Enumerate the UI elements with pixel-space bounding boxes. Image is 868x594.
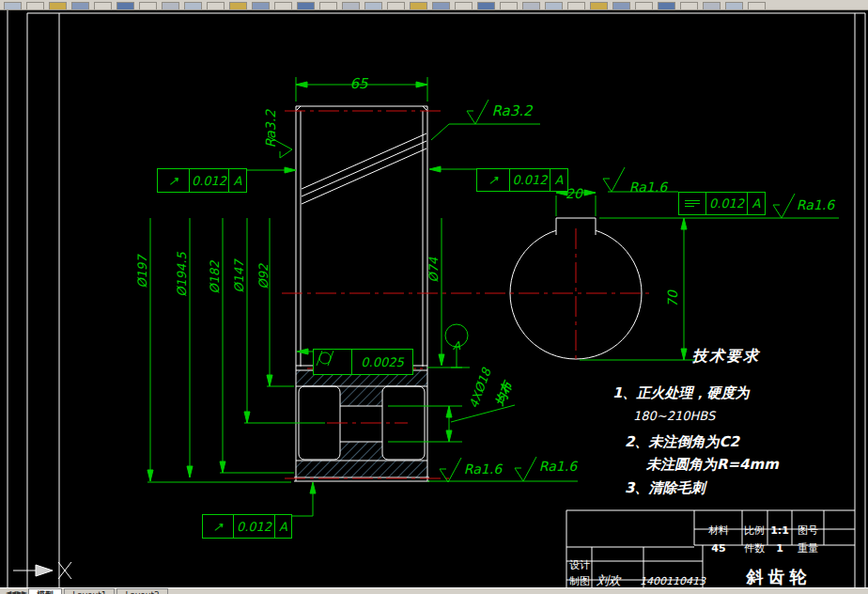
tab-nav-arrows[interactable]: ◄◄ ►► bbox=[6, 588, 26, 594]
toolbar-stubs bbox=[4, 2, 766, 9]
toolbar-icon[interactable] bbox=[319, 2, 337, 9]
dim-bore-74: Ø74 bbox=[427, 258, 440, 283]
roughness-icon-bottom-2 bbox=[515, 457, 536, 481]
toolbar-icon[interactable] bbox=[184, 2, 202, 9]
tech-line-4: 未注圆角为R=4mm bbox=[646, 456, 779, 474]
tab-model[interactable]: 模型 bbox=[28, 588, 62, 594]
tech-line-3: 2、未注倒角为C2 bbox=[625, 433, 739, 451]
toolbar-icon[interactable] bbox=[139, 2, 157, 9]
ucs-icon bbox=[13, 562, 71, 579]
toolbar-icon[interactable] bbox=[297, 2, 315, 9]
tolerance-datum: A bbox=[274, 515, 291, 538]
toolbar-icon[interactable] bbox=[725, 2, 743, 9]
toolbar-icon[interactable] bbox=[432, 2, 450, 9]
toolbar-icon[interactable] bbox=[342, 2, 360, 9]
toolbar-icon[interactable] bbox=[274, 2, 292, 9]
tech-requirements-title: 技术要求 bbox=[692, 347, 760, 367]
toolbar-icon[interactable] bbox=[748, 2, 766, 9]
toolbar-icon[interactable] bbox=[49, 2, 67, 9]
toolbar-icon[interactable] bbox=[94, 2, 112, 9]
toolbar-icon[interactable] bbox=[252, 2, 270, 9]
symmetry-icon bbox=[679, 193, 705, 214]
tolerance-datum: A bbox=[747, 193, 765, 214]
toolbar-icon[interactable] bbox=[207, 2, 225, 9]
tech-line-1: 1、正火处理，硬度为 bbox=[612, 384, 749, 402]
tech-line-2: 180~210HBS bbox=[633, 409, 715, 423]
toolbar-icon[interactable] bbox=[500, 2, 518, 9]
toolbar-icon[interactable] bbox=[4, 2, 22, 9]
qty-label: 件数 bbox=[744, 541, 765, 555]
circular-runout-icon: ↗ bbox=[203, 515, 233, 538]
tolerance-datum: A bbox=[550, 169, 567, 191]
toolbar-icon[interactable] bbox=[477, 2, 495, 9]
fcf-cylindricity: 0.0025 bbox=[313, 349, 413, 375]
toolbar-icon[interactable] bbox=[522, 2, 540, 9]
toolbar-icon[interactable] bbox=[229, 2, 247, 9]
roughness-bottom-1: Ra1.6 bbox=[464, 462, 502, 476]
toolbar-icon[interactable] bbox=[635, 2, 653, 9]
toolbar-icon[interactable] bbox=[162, 2, 179, 9]
drawing-canvas[interactable]: 65 Ø197 Ø194.5 Ø182 Ø147 Ø92 Ø74 4XØ18 均… bbox=[0, 10, 868, 587]
dim-keyway-height: 70 bbox=[666, 290, 679, 307]
toolbar-icon[interactable] bbox=[567, 2, 585, 9]
roughness-icon-mid-right bbox=[603, 167, 625, 192]
tolerance-datum: A bbox=[228, 169, 246, 192]
cad-application-window: 65 Ø197 Ø194.5 Ø182 Ø147 Ø92 Ø74 4XØ18 均… bbox=[0, 0, 868, 594]
centerlines bbox=[282, 111, 652, 478]
toolbar-icon[interactable] bbox=[680, 2, 698, 9]
toolbar-icon[interactable] bbox=[71, 2, 89, 9]
weight-label: 重量 bbox=[798, 541, 818, 555]
toolbar-icon[interactable] bbox=[703, 2, 721, 9]
drawing-linework bbox=[0, 10, 868, 587]
qty-value: 1 bbox=[776, 542, 783, 555]
roughness-icon-bottom-1 bbox=[440, 458, 461, 482]
roughness-bottom-2: Ra1.6 bbox=[539, 460, 577, 473]
toolbar bbox=[0, 0, 868, 10]
scale-label: 比例 bbox=[744, 524, 765, 538]
tolerance-value: 0.012 bbox=[189, 169, 228, 192]
toolbar-icon[interactable] bbox=[26, 2, 44, 9]
material-value: 45 bbox=[711, 542, 725, 555]
student-no: 1400110413 bbox=[640, 575, 705, 587]
toolbar-icon[interactable] bbox=[116, 2, 134, 9]
toolbar-icon[interactable] bbox=[410, 2, 427, 9]
layout-tab-bar: ◄◄ ►► 模型 Layout1 Layout2 bbox=[0, 587, 868, 594]
tab-layout2[interactable]: Layout2 bbox=[116, 588, 167, 594]
tech-line-5: 3、清除毛刺 bbox=[625, 479, 705, 497]
toolbar-icon[interactable] bbox=[590, 2, 608, 9]
fcf-runout-bottom: ↗ 0.012 A bbox=[202, 514, 292, 539]
dim-diameter-197: Ø197 bbox=[136, 255, 148, 288]
toolbar-icon[interactable] bbox=[545, 2, 563, 9]
design-label: 设计 bbox=[569, 558, 590, 572]
tab-layout1[interactable]: Layout1 bbox=[64, 588, 115, 594]
toolbar-icon[interactable] bbox=[612, 2, 630, 9]
toolbar-icon[interactable] bbox=[658, 2, 675, 9]
circular-runout-icon: ↗ bbox=[477, 169, 509, 191]
draft-label: 制图 bbox=[569, 574, 590, 588]
dim-diameter-182: Ø182 bbox=[209, 260, 221, 293]
material-label: 材料 bbox=[708, 524, 729, 538]
tolerance-value: 0.0025 bbox=[351, 350, 412, 374]
dim-diameter-194-5: Ø194.5 bbox=[176, 252, 188, 296]
tolerance-value: 0.012 bbox=[233, 515, 274, 538]
roughness-mid-right: Ra1.6 bbox=[629, 180, 667, 194]
fcf-runout-right: ↗ 0.012 A bbox=[476, 168, 568, 192]
circular-runout-icon: ↗ bbox=[158, 169, 189, 192]
toolbar-icon[interactable] bbox=[455, 2, 473, 9]
dim-face-width: 65 bbox=[349, 77, 367, 91]
toolbar-icon[interactable] bbox=[387, 2, 405, 9]
cylindricity-icon bbox=[314, 350, 351, 374]
tolerance-value: 0.012 bbox=[705, 193, 747, 214]
roughness-far-right: Ra1.6 bbox=[797, 198, 834, 211]
part-name: 斜齿轮 bbox=[747, 566, 812, 588]
toolbar-icon[interactable] bbox=[364, 2, 382, 9]
roughness-left: Ra3.2 bbox=[264, 110, 277, 148]
dim-diameter-92: Ø92 bbox=[257, 264, 270, 289]
fcf-symmetry-right: 0.012 A bbox=[678, 192, 766, 215]
scale-value: 1:1 bbox=[770, 524, 789, 537]
roughness-top-right: Ra3.2 bbox=[491, 104, 532, 118]
fcf-runout-left: ↗ 0.012 A bbox=[157, 168, 247, 193]
roughness-icon-far-right bbox=[773, 194, 795, 218]
tolerance-value: 0.012 bbox=[509, 169, 550, 191]
drawing-no-label: 图号 bbox=[798, 524, 818, 538]
